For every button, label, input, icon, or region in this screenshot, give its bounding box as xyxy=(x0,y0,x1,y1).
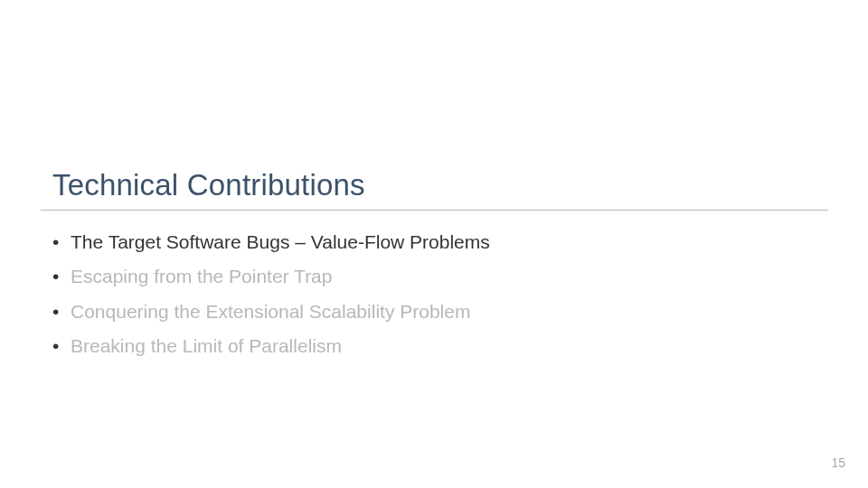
bullet-icon: • xyxy=(52,264,71,289)
title-underline xyxy=(41,210,828,211)
slide-title: Technical Contributions xyxy=(52,168,365,202)
slide: Technical Contributions • The Target Sof… xyxy=(0,0,868,488)
list-item: • Breaking the Limit of Parallelism xyxy=(52,333,490,359)
list-item-text: Escaping from the Pointer Trap xyxy=(71,264,332,289)
bullet-icon: • xyxy=(52,299,71,324)
list-item: • Conquering the Extensional Scalability… xyxy=(52,299,490,324)
bullet-icon: • xyxy=(52,333,71,359)
page-number: 15 xyxy=(831,455,845,470)
list-item-text: Breaking the Limit of Parallelism xyxy=(71,333,342,359)
list-item-text: Conquering the Extensional Scalability P… xyxy=(71,299,470,324)
list-item: • Escaping from the Pointer Trap xyxy=(52,264,490,289)
bullet-icon: • xyxy=(52,230,71,255)
list-item: • The Target Software Bugs – Value-Flow … xyxy=(52,230,490,255)
bullet-list: • The Target Software Bugs – Value-Flow … xyxy=(52,230,490,368)
list-item-text: The Target Software Bugs – Value-Flow Pr… xyxy=(71,230,490,255)
